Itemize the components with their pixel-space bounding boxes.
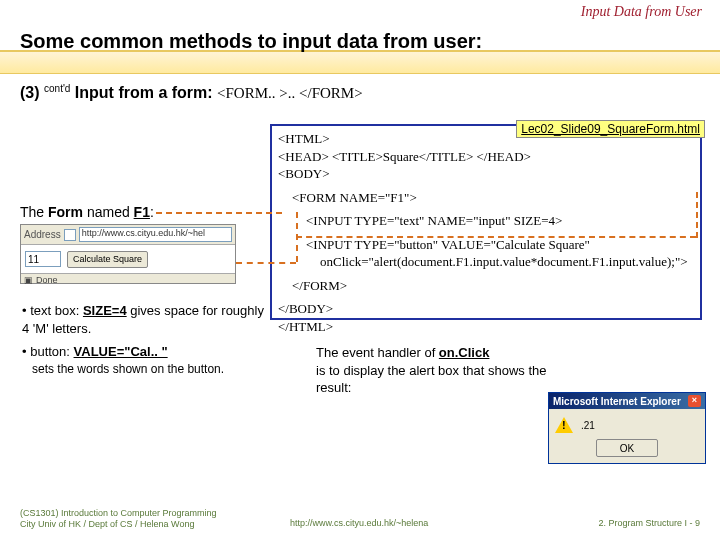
subheading: (3) cont'd Input from a form: <FORM.. >.… [20, 83, 700, 102]
event-handler-text: The event handler of on.Click is to disp… [316, 344, 556, 397]
form-label: The Form named F1: [20, 204, 154, 220]
filename-label: Lec02_Slide09_SquareForm.html [516, 120, 705, 138]
footer-url: http://www.cs.cityu.edu.hk/~helena [290, 518, 428, 528]
header-band [0, 50, 720, 74]
code-line: <INPUT TYPE="text" NAME="input" SIZE=4> [306, 212, 694, 230]
contd-marker: cont'd [44, 83, 70, 94]
code-line: <BODY> [278, 165, 694, 183]
subhead-text: Input from a form: [75, 84, 213, 101]
warning-icon [555, 417, 573, 433]
code-line: </FORM> [292, 277, 694, 295]
connector-line [696, 192, 698, 238]
page-icon [64, 229, 76, 241]
form-tag-example: <FORM.. >.. </FORM> [217, 85, 363, 101]
bullet-textbox: • text box: SIZE=4 gives space for rough… [22, 302, 268, 337]
page-icon: ▣ [24, 275, 33, 285]
code-box: <HTML> <HEAD> <TITLE>Square</TITLE> </HE… [270, 124, 702, 320]
status-text: Done [36, 275, 58, 285]
section-topic: Input Data from User [581, 4, 702, 20]
close-icon[interactable]: × [688, 395, 701, 407]
footer-page: 2. Program Structure I - 9 [598, 518, 700, 528]
footer-left: (CS1301) Introduction to Computer Progra… [20, 508, 217, 530]
code-line: </BODY> [278, 300, 694, 318]
code-line: <FORM NAME="F1"> [292, 189, 694, 207]
alert-dialog: Microsoft Internet Explorer × .21 OK [548, 392, 706, 464]
connector-line [296, 236, 696, 238]
browser-content: Calculate Square [21, 245, 235, 273]
calculate-button[interactable]: Calculate Square [67, 251, 148, 268]
address-label: Address [24, 229, 61, 240]
ok-button[interactable]: OK [596, 439, 658, 457]
code-line: <HEAD> <TITLE>Square</TITLE> </HEAD> [278, 148, 694, 166]
connector-line [236, 262, 296, 264]
status-bar: ▣ Done [21, 273, 235, 286]
bullet-button: • button: VALUE="Cal.. " sets the words … [22, 344, 242, 378]
alert-message: .21 [581, 420, 595, 431]
address-input[interactable]: http://www.cs.cityu.edu.hk/~hel [79, 227, 232, 242]
page-title: Some common methods to input data from u… [20, 30, 700, 53]
text-input[interactable] [25, 251, 61, 267]
code-line: onClick="alert(document.F1.input.value*d… [320, 253, 694, 271]
address-bar: Address http://www.cs.cityu.edu.hk/~hel [21, 225, 235, 245]
browser-window: Address http://www.cs.cityu.edu.hk/~hel … [20, 224, 236, 284]
connector-line [156, 212, 282, 214]
alert-titlebar: Microsoft Internet Explorer × [549, 393, 705, 409]
item-number: (3) [20, 84, 40, 101]
code-line: <INPUT TYPE="button" VALUE="Calculate Sq… [306, 236, 694, 254]
code-line: </HTML> [278, 318, 694, 336]
alert-title: Microsoft Internet Explorer [553, 396, 681, 407]
